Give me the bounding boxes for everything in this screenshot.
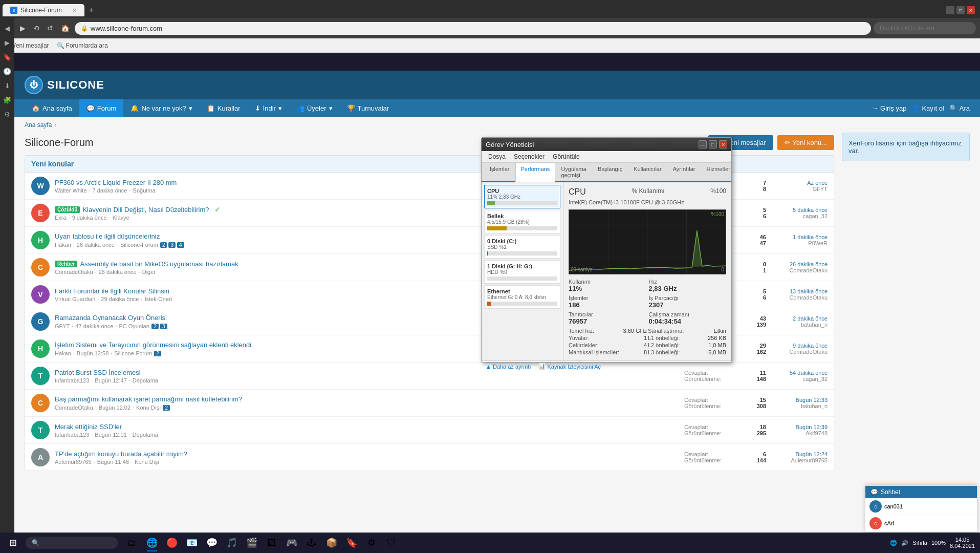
minimize-button[interactable]: —: [946, 6, 954, 14]
tab-close-btn[interactable]: ✕: [72, 7, 77, 14]
taskbar-extra1[interactable]: 📦: [322, 534, 341, 552]
reload-button[interactable]: ↺: [45, 23, 56, 34]
topic-title-link[interactable]: Merak ettiğiniz SSD'ler: [55, 423, 679, 431]
taskbar-steam[interactable]: 🕹: [302, 534, 321, 552]
topic-title-link[interactable]: Baş parmağımı kullanarak işaret parmağım…: [55, 395, 679, 403]
tab-kullanicilar[interactable]: Kullanıcılar: [628, 163, 667, 181]
tab-bar: S Silicone-Forum ✕ + — □ ✕: [0, 0, 980, 18]
taskbar-browser[interactable]: 🌐: [143, 534, 161, 552]
tab-baslangic[interactable]: Başlangıç: [592, 163, 628, 181]
nav-search[interactable]: 🔍 Ara: [949, 104, 970, 112]
taskbar-mail[interactable]: 📧: [183, 534, 201, 552]
address-bar[interactable]: 🔒 www.silicone-forum.com: [75, 22, 871, 35]
last-time[interactable]: 54 dakika önce: [771, 370, 827, 376]
maximize-button[interactable]: □: [956, 6, 965, 14]
tm-stat-speed: Hız 2,83 GHz: [649, 279, 727, 292]
taskbar-premiere[interactable]: 🎬: [243, 534, 261, 552]
tm-resource-ram[interactable]: Bellek 4,5/15,9 GB (28%): [484, 210, 560, 233]
tm-menu-dosya[interactable]: Dosya: [484, 152, 510, 161]
page-tag[interactable]: 3: [168, 242, 176, 248]
last-time[interactable]: 26 dakika önce: [771, 261, 827, 267]
tm-minimize-button[interactable]: —: [699, 140, 707, 148]
nav-ne-var[interactable]: 🔔 Ne var ne yok? ▾: [123, 99, 199, 117]
page-tag[interactable]: 2: [160, 242, 167, 248]
forward-button[interactable]: ▶: [17, 23, 28, 34]
topic-title-link[interactable]: TP'de açtığım konuyu burada açabilir miy…: [55, 450, 679, 458]
page-tag[interactable]: 4: [177, 242, 184, 248]
search-input[interactable]: [874, 22, 976, 34]
tm-menu-goruntule[interactable]: Görüntüle: [549, 152, 584, 161]
sidebar-bookmarks-icon[interactable]: 🔖: [2, 52, 12, 62]
last-time[interactable]: Bugün 12:33: [771, 397, 827, 403]
tab-performans[interactable]: Performans: [515, 163, 556, 182]
home-button[interactable]: ⟲: [31, 23, 42, 34]
page-tag[interactable]: 2: [154, 351, 161, 356]
taskbar-chrome[interactable]: 🔴: [163, 534, 181, 552]
new-tab-button[interactable]: +: [84, 5, 98, 16]
bookmark-label: Yeni mesajlar: [12, 42, 49, 49]
tm-resource-cpu[interactable]: CPU 11% 2,83 GHz: [484, 185, 560, 208]
last-time[interactable]: 2 dakika önce: [771, 315, 827, 322]
page-tag[interactable]: 3: [160, 324, 167, 329]
sidebar-history-icon[interactable]: 🕐: [2, 66, 12, 76]
taskbar-extra2[interactable]: 🔖: [342, 534, 361, 552]
start-button[interactable]: ⊞: [0, 533, 26, 553]
detail-value: 6,0 MB: [708, 349, 726, 355]
last-time[interactable]: Az önce: [771, 180, 827, 186]
close-button[interactable]: ✕: [967, 6, 975, 14]
home-btn[interactable]: 🏠: [58, 23, 72, 34]
sidebar-forward-icon[interactable]: ▶: [2, 37, 12, 48]
last-time[interactable]: 1 dakika önce: [771, 234, 827, 240]
page-tag[interactable]: 2: [151, 324, 159, 329]
taskbar-extra4[interactable]: 🛡: [382, 534, 401, 552]
nav-indir[interactable]: ⬇ İndir ▾: [248, 99, 289, 117]
nav-turnuvalar[interactable]: 🏆 Turnuvalar: [340, 99, 397, 117]
tm-resource-eth[interactable]: Ethernet Ethernet G: 0 A: 8,0 kb/sn: [484, 285, 560, 309]
nav-login[interactable]: → Giriş yap: [872, 104, 906, 112]
chevron-down-icon: ▾: [278, 104, 282, 112]
taskbar-game[interactable]: 🎮: [282, 534, 301, 552]
taskbar-extra3[interactable]: ⚙: [362, 534, 381, 552]
tab-gecmis[interactable]: Uygulama geçmişi: [555, 163, 592, 181]
taskbar-search[interactable]: 🔍: [26, 537, 118, 549]
nav-kurallar[interactable]: 📋 Kurallar: [200, 99, 248, 117]
nav-forum[interactable]: 💬 Forum: [79, 99, 124, 117]
last-time[interactable]: 9 dakika önce: [771, 343, 827, 349]
nav-uyeler[interactable]: 👥 Üyeler ▾: [289, 99, 340, 117]
taskbar-discord[interactable]: 💬: [203, 534, 221, 552]
premiere-icon: 🎬: [246, 537, 257, 548]
tm-resource-hdd[interactable]: 1 Diski (G: H: G:) HDD %0: [484, 260, 560, 284]
page-tag[interactable]: 2: [163, 405, 170, 411]
browser-tab-active[interactable]: S Silicone-Forum ✕: [3, 4, 84, 16]
tab-ayrintilar[interactable]: Ayrıntılar: [667, 163, 701, 181]
new-topic-button[interactable]: ✏ Yeni konu...: [777, 135, 834, 150]
taskbar-spotify[interactable]: 🎵: [223, 534, 241, 552]
breadcrumb-home[interactable]: Ana sayfa: [25, 121, 52, 129]
taskbar-file-explorer[interactable]: 🗂: [123, 534, 141, 552]
chat-header[interactable]: 💬 Sohbet: [865, 486, 977, 498]
tm-maximize-button[interactable]: □: [709, 140, 717, 148]
sidebar-extensions-icon[interactable]: 🧩: [2, 95, 12, 105]
bookmark-search[interactable]: 🔍 Forumlarda ara: [57, 42, 108, 49]
tm-more-details-link[interactable]: ▲ Daha az ayrıntı: [486, 363, 531, 370]
nav-ana-sayfa[interactable]: 🏠 Ana sayfa: [25, 99, 79, 117]
tm-menu-secenekler[interactable]: Seçenekler: [510, 152, 549, 161]
tab-islemler[interactable]: İşlemler: [484, 163, 515, 181]
last-time[interactable]: 13 dakika önce: [771, 288, 827, 294]
topic-title-link[interactable]: Klavyenin Dili Değişti, Nasıl Düzeltebil…: [82, 206, 209, 214]
sidebar-settings-icon[interactable]: ⚙: [2, 109, 12, 119]
last-time[interactable]: Bugün 12:39: [771, 424, 827, 430]
tab-hizmetler[interactable]: Hizmetler: [701, 163, 735, 181]
sidebar-downloads-icon[interactable]: ⬇: [2, 80, 12, 91]
tm-resource-ssd[interactable]: 0 Diski (C:) SSD %1: [484, 235, 560, 259]
tm-close-button[interactable]: ✕: [719, 140, 727, 148]
topic-title-link[interactable]: Assembly ile basit bir MikeOS uygulaması…: [80, 260, 238, 268]
nav-register[interactable]: 👤 Kayıt ol: [911, 104, 944, 112]
last-time[interactable]: 5 dakika önce: [771, 207, 827, 213]
taskbar-photoshop[interactable]: 🖼: [263, 534, 281, 552]
tm-resource-bar: [487, 201, 495, 205]
sidebar-back-icon[interactable]: ◀: [2, 23, 12, 33]
last-time[interactable]: Bugün 12:24: [771, 451, 827, 457]
tm-resource-monitor-link[interactable]: 📊 Kaynak İzleyicisini Aç: [538, 363, 601, 370]
processes-value: 186: [569, 301, 646, 309]
